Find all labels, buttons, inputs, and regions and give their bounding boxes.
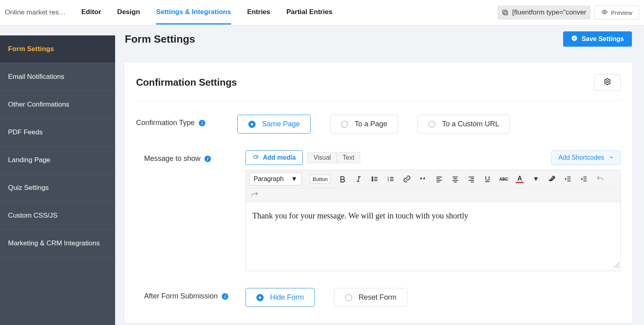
radio-reset-form-label: Reset Form bbox=[359, 293, 396, 302]
sidebar-item-form-settings[interactable]: Form Settings bbox=[0, 35, 115, 63]
section-settings-button[interactable] bbox=[594, 74, 621, 91]
media-icon bbox=[252, 153, 260, 162]
numbered-list-icon[interactable]: 123 bbox=[387, 175, 395, 183]
align-center-icon[interactable] bbox=[451, 175, 459, 183]
radio-to-a-page[interactable]: To a Page bbox=[330, 115, 398, 134]
radio-to-a-page-label: To a Page bbox=[355, 120, 387, 128]
page-header: Form Settings Save Settings bbox=[115, 25, 644, 53]
message-label: Message to show bbox=[144, 154, 200, 163]
editor-tab-text[interactable]: Text bbox=[336, 152, 360, 163]
link-icon[interactable] bbox=[403, 175, 411, 183]
svg-point-11 bbox=[372, 179, 373, 180]
svg-rect-0 bbox=[504, 11, 508, 15]
preview-label: Preview bbox=[611, 9, 632, 16]
editor-content: Thank you for your message. We will get … bbox=[252, 211, 468, 220]
tab-partial-entries[interactable]: Partial Entries bbox=[287, 0, 332, 25]
editor-toolbar: Paragraph ▼ Button 123 bbox=[246, 170, 620, 188]
radio-same-page-label: Same Page bbox=[262, 120, 300, 128]
indent-icon[interactable] bbox=[580, 175, 588, 183]
text-color-caret-icon[interactable]: ▼ bbox=[532, 175, 540, 183]
section-title: Confirmation Settings bbox=[136, 77, 237, 88]
radio-hide-form[interactable]: Hide Form bbox=[246, 288, 315, 307]
row-after-submission: After Form Submission i Hide Form Reset … bbox=[136, 285, 621, 307]
paragraph-select[interactable]: Paragraph ▼ bbox=[249, 173, 302, 185]
shortcode-box[interactable]: [fluentform type="conver bbox=[497, 5, 590, 20]
outdent-icon[interactable] bbox=[564, 175, 572, 183]
check-circle-icon bbox=[571, 35, 578, 43]
bold-icon[interactable] bbox=[339, 175, 347, 183]
underline-icon[interactable] bbox=[483, 175, 491, 183]
button-chip[interactable]: Button bbox=[310, 175, 331, 184]
top-tabs: Editor Design Settings & Integrations En… bbox=[81, 0, 332, 25]
undo-icon[interactable] bbox=[596, 175, 604, 183]
confirmation-settings-card: Confirmation Settings Confirmation Type … bbox=[125, 63, 632, 323]
caret-down-icon: ▼ bbox=[291, 175, 297, 183]
svg-point-9 bbox=[372, 177, 373, 178]
svg-text:3: 3 bbox=[388, 179, 389, 182]
align-left-icon[interactable] bbox=[435, 175, 443, 183]
bullet-list-icon[interactable] bbox=[371, 175, 379, 183]
add-shortcodes-label: Add Shortcodes bbox=[558, 154, 604, 161]
add-shortcodes-button[interactable]: Add Shortcodes bbox=[551, 150, 621, 165]
tab-design[interactable]: Design bbox=[117, 0, 140, 25]
rich-text-editor: Paragraph ▼ Button 123 bbox=[246, 170, 621, 271]
page-title: Form Settings bbox=[125, 33, 195, 45]
svg-point-2 bbox=[604, 11, 605, 13]
save-settings-button[interactable]: Save Settings bbox=[563, 31, 632, 47]
sidebar: Form Settings Email Notifications Other … bbox=[0, 35, 115, 325]
preview-button[interactable]: Preview bbox=[594, 5, 639, 20]
sidebar-item-other-confirmations[interactable]: Other Confirmations bbox=[0, 91, 115, 119]
save-settings-label: Save Settings bbox=[582, 35, 624, 43]
blockquote-icon[interactable] bbox=[419, 175, 427, 183]
sidebar-item-quiz-settings[interactable]: Quiz Settings bbox=[0, 174, 115, 202]
row-message-to-show: Message to show i Add media Visual bbox=[136, 147, 621, 285]
tab-entries[interactable]: Entries bbox=[247, 0, 270, 25]
shortcode-text: [fluentform type="conver bbox=[512, 8, 586, 16]
eye-icon bbox=[601, 9, 608, 16]
after-submit-label: After Form Submission bbox=[144, 292, 218, 300]
svg-point-3 bbox=[572, 35, 577, 41]
add-media-label: Add media bbox=[263, 154, 296, 161]
chevron-down-icon bbox=[609, 154, 614, 161]
sidebar-item-custom-css-js[interactable]: Custom CSS/JS bbox=[0, 202, 115, 230]
clear-format-icon[interactable] bbox=[548, 175, 556, 183]
sidebar-item-landing-page[interactable]: Landing Page bbox=[0, 146, 115, 174]
gear-icon bbox=[603, 78, 611, 87]
info-icon[interactable]: i bbox=[204, 156, 211, 162]
add-media-button[interactable]: Add media bbox=[246, 150, 303, 165]
form-name: Online market rese… bbox=[5, 8, 67, 16]
svg-line-6 bbox=[358, 177, 359, 181]
editor-tab-visual[interactable]: Visual bbox=[308, 152, 337, 163]
resize-handle-icon[interactable] bbox=[614, 261, 619, 270]
redo-icon[interactable] bbox=[251, 191, 259, 199]
sidebar-item-marketing-crm[interactable]: Marketing & CRM Integrations bbox=[0, 230, 115, 257]
info-icon[interactable]: i bbox=[199, 120, 205, 126]
row-confirmation-type: Confirmation Type i Same Page To a Page … bbox=[136, 111, 621, 147]
text-color-icon[interactable]: A bbox=[516, 175, 524, 183]
radio-to-custom-url[interactable]: To a Custom URL bbox=[417, 115, 510, 134]
confirmation-type-label: Confirmation Type bbox=[136, 119, 195, 127]
italic-icon[interactable] bbox=[355, 175, 363, 183]
editor-body[interactable]: Thank you for your message. We will get … bbox=[246, 202, 620, 271]
svg-rect-1 bbox=[503, 10, 506, 14]
info-icon[interactable]: i bbox=[222, 293, 228, 300]
tab-settings-integrations[interactable]: Settings & Integrations bbox=[156, 0, 231, 25]
align-right-icon[interactable] bbox=[467, 175, 475, 183]
radio-same-page[interactable]: Same Page bbox=[237, 115, 311, 134]
copy-icon bbox=[502, 9, 509, 16]
paragraph-select-label: Paragraph bbox=[254, 175, 284, 183]
radio-reset-form[interactable]: Reset Form bbox=[334, 288, 407, 307]
svg-point-5 bbox=[254, 155, 257, 158]
tab-editor[interactable]: Editor bbox=[81, 0, 101, 25]
sidebar-item-email-notifications[interactable]: Email Notifications bbox=[0, 63, 115, 91]
svg-point-13 bbox=[372, 180, 373, 181]
radio-hide-form-label: Hide Form bbox=[270, 293, 304, 302]
strikethrough-icon[interactable]: ABC bbox=[500, 175, 508, 183]
sidebar-item-pdf-feeds[interactable]: PDF Feeds bbox=[0, 119, 115, 146]
radio-to-custom-url-label: To a Custom URL bbox=[442, 120, 499, 128]
top-bar: Online market rese… Editor Design Settin… bbox=[0, 0, 644, 25]
